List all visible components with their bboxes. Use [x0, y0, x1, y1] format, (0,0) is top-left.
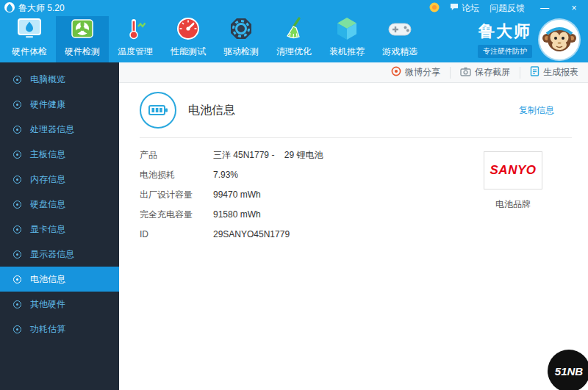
app-logo-icon [4, 2, 15, 15]
close-button[interactable]: × [564, 0, 584, 16]
battery-brand-block: SANYO 电池品牌 [469, 150, 557, 211]
panel-header: 电池信息 复制信息 [140, 92, 573, 129]
circle-dot-icon [13, 325, 21, 333]
circle-dot-icon [13, 151, 21, 159]
generate-report-button[interactable]: 生成报表 [520, 67, 588, 79]
battery-brand-caption: 电池品牌 [469, 198, 557, 211]
nav-item-build-recommend[interactable]: 装机推荐 [320, 16, 373, 62]
nav-item-temperature[interactable]: 温度管理 [109, 16, 162, 62]
chat-bubble-icon [450, 3, 459, 13]
sidebar-item-battery-info[interactable]: 电池信息 [0, 267, 119, 292]
titlebar-actions: 论坛 问题反馈 — × [429, 0, 584, 16]
sidebar-item-disk-info[interactable]: 硬盘信息 [0, 192, 119, 217]
sidebar-item-hardware-health[interactable]: 硬件健康 [0, 92, 119, 117]
detail-row-product: 产品三洋 45N1779 - 29 锂电池 [140, 150, 469, 160]
gear-icon [228, 15, 254, 44]
nav-item-label: 装机推荐 [329, 46, 365, 58]
brand-area: 鲁大师 专注硬件防护 [478, 16, 588, 62]
battery-detail-list: 产品三洋 45N1779 - 29 锂电池 电池损耗7.93% 出厂设计容量99… [140, 150, 469, 249]
top-nav: 硬件体检 硬件检测 温度管理 性能测试 驱动检测 [0, 16, 588, 62]
sanyo-logo: SANYO [484, 151, 542, 189]
divider [140, 137, 572, 138]
weibo-icon [391, 66, 401, 79]
action-toolbar: 微博分享 保存截屏 生成报表 [119, 62, 588, 83]
sidebar-item-computer-overview[interactable]: 电脑概览 [0, 67, 119, 92]
minimize-button[interactable]: — [535, 0, 554, 16]
gpu-fan-icon [69, 15, 96, 44]
gauge-icon [175, 15, 201, 44]
circle-dot-icon [13, 76, 21, 84]
weibo-share-button[interactable]: 微博分享 [381, 67, 450, 79]
report-icon [530, 66, 539, 79]
sidebar-item-power-estimate[interactable]: 功耗估算 [0, 317, 119, 342]
brand-text: 鲁大师 专注硬件防护 [478, 21, 532, 58]
circle-dot-icon [13, 126, 21, 134]
app-title: 鲁大师 5.20 [18, 2, 65, 15]
nav-item-label: 硬件检测 [65, 46, 100, 58]
brand-subtitle: 专注硬件防护 [478, 45, 532, 58]
page-title: 电池信息 [188, 103, 235, 118]
mascot-avatar[interactable] [539, 20, 579, 59]
sidebar-item-cpu-info[interactable]: 处理器信息 [0, 117, 119, 142]
monitor-drop-icon [16, 15, 43, 44]
nav-item-label: 清理优化 [276, 46, 312, 58]
battery-icon [140, 92, 176, 129]
save-screenshot-button[interactable]: 保存截屏 [450, 67, 520, 79]
nav-item-label: 温度管理 [118, 46, 153, 58]
nav-item-hardware-checkup[interactable]: 硬件体检 [3, 16, 56, 62]
sidebar-item-monitor-info[interactable]: 显示器信息 [0, 242, 119, 267]
broom-icon [281, 15, 307, 44]
sidebar-item-gpu-info[interactable]: 显卡信息 [0, 217, 119, 242]
circle-dot-icon [13, 201, 21, 209]
battery-info-panel: 电池信息 复制信息 产品三洋 45N1779 - 29 锂电池 电池损耗7.93… [119, 83, 588, 390]
camera-icon [460, 66, 471, 79]
sidebar-item-memory-info[interactable]: 内存信息 [0, 167, 119, 192]
circle-dot-icon [13, 300, 21, 308]
nav-item-label: 游戏精选 [382, 46, 417, 58]
titlebar: 鲁大师 5.20 论坛 问题反馈 — × [0, 0, 588, 16]
nav-item-label: 驱动检测 [223, 46, 259, 58]
detail-row-full-charge-capacity: 完全充电容量91580 mWh [140, 209, 469, 220]
nav-item-label: 硬件体检 [12, 46, 47, 58]
cube-icon [334, 15, 360, 44]
detail-row-design-capacity: 出厂设计容量99470 mWh [140, 189, 469, 200]
gamepad-icon [387, 15, 413, 44]
nav-item-hardware-detect[interactable]: 硬件检测 [56, 16, 109, 62]
51nb-watermark: 51NB [548, 350, 588, 390]
nav-item-driver-detect[interactable]: 驱动检测 [215, 16, 268, 62]
forum-link[interactable]: 论坛 [450, 2, 479, 15]
circle-dot-icon [13, 101, 21, 109]
nav-item-performance-test[interactable]: 性能测试 [162, 16, 215, 62]
detail-row-wear: 电池损耗7.93% [140, 170, 469, 180]
circle-dot-icon [13, 176, 21, 184]
nav-item-game-picks[interactable]: 游戏精选 [373, 16, 426, 62]
brand-title: 鲁大师 [478, 21, 532, 43]
circle-dot-icon [13, 275, 21, 284]
promo-icon[interactable] [429, 2, 440, 15]
sidebar-item-motherboard-info[interactable]: 主板信息 [0, 142, 119, 167]
sidebar-item-other-hardware[interactable]: 其他硬件 [0, 292, 119, 317]
sidebar: 电脑概览 硬件健康 处理器信息 主板信息 内存信息 硬盘信息 显卡信息 显示器信… [0, 62, 119, 390]
feedback-link[interactable]: 问题反馈 [490, 2, 525, 15]
circle-dot-icon [13, 225, 21, 234]
app-window: 鲁大师 5.20 论坛 问题反馈 — × 硬件体检 硬件检测 [0, 0, 588, 390]
detail-row-id: ID29SANYO45N1779 [140, 229, 469, 239]
nav-item-cleanup[interactable]: 清理优化 [268, 16, 320, 62]
circle-dot-icon [13, 250, 21, 259]
thermometer-icon [122, 15, 148, 44]
copy-info-link[interactable]: 复制信息 [519, 104, 554, 117]
nav-item-label: 性能测试 [171, 46, 206, 58]
